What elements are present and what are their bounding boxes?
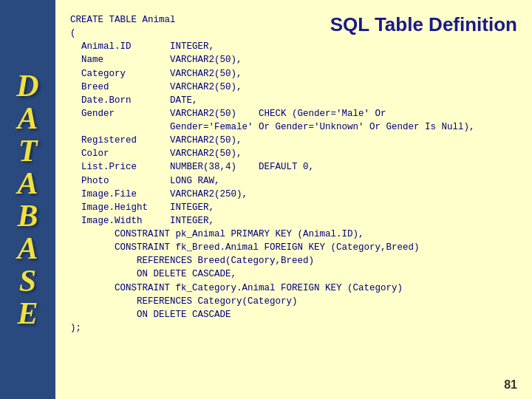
letter-e: E <box>17 297 38 330</box>
letter-a1: A <box>17 102 38 134</box>
letter-a3: A <box>17 232 38 265</box>
letter-t: T <box>18 134 38 167</box>
letter-b: B <box>17 200 38 232</box>
letter-d: D <box>16 69 38 102</box>
title-bar: SQL Table Definition <box>330 13 517 36</box>
main-content: SQL Table Definition CREATE TABLE Animal… <box>55 0 532 399</box>
sidebar-letters: D A T A B A S E <box>16 69 38 330</box>
letter-a2: A <box>17 167 38 200</box>
page-number: 81 <box>504 378 517 392</box>
page-title: SQL Table Definition <box>330 13 517 35</box>
letter-s: S <box>19 265 36 297</box>
sidebar: D A T A B A S E <box>0 0 55 399</box>
code-block: CREATE TABLE Animal ( Animal.ID INTEGER,… <box>70 13 517 392</box>
